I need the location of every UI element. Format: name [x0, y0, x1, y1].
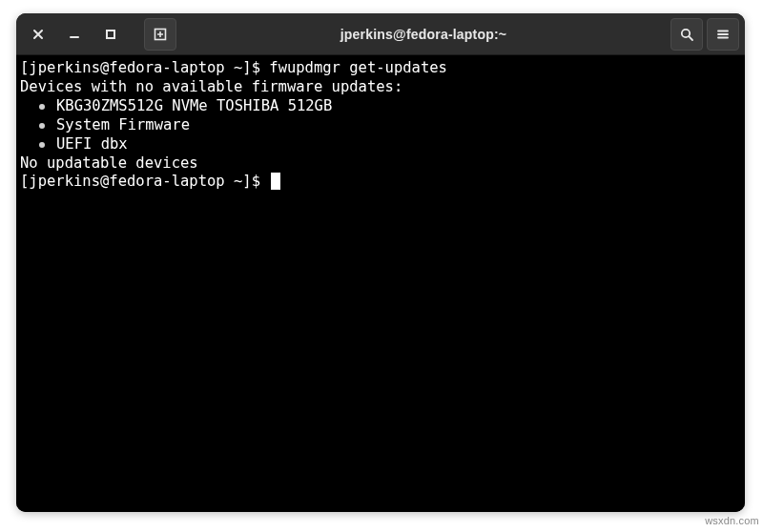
terminal-window: jperkins@fedora-laptop:~ [jperkins@fedor…: [16, 13, 745, 512]
output-list-item: UEFI dbx: [20, 135, 741, 154]
cursor-icon: [271, 173, 280, 190]
minimize-button[interactable]: [58, 18, 91, 51]
new-tab-button[interactable]: [144, 18, 176, 51]
watermark: wsxdn.com: [705, 515, 759, 526]
menu-button[interactable]: [707, 18, 739, 51]
bullet-icon: [39, 123, 45, 129]
output-list-item: KBG30ZMS512G NVMe TOSHIBA 512GB: [20, 97, 741, 116]
prompt: [jperkins@fedora-laptop ~]$: [20, 173, 269, 190]
window-title: jperkins@fedora-laptop:~: [180, 27, 667, 42]
maximize-button[interactable]: [94, 18, 127, 51]
output-footer: No updatable devices: [20, 154, 741, 174]
titlebar: jperkins@fedora-laptop:~: [16, 13, 745, 55]
svg-rect-0: [107, 31, 114, 38]
output-list-item: System Firmware: [20, 116, 741, 135]
bullet-icon: [39, 104, 45, 110]
bullet-icon: [39, 142, 45, 148]
output-header: Devices with no available firmware updat…: [20, 78, 741, 97]
prompt: [jperkins@fedora-laptop ~]$: [20, 59, 269, 76]
close-button[interactable]: [22, 18, 54, 51]
command-text: fwupdmgr get-updates: [269, 59, 447, 76]
search-button[interactable]: [670, 18, 703, 51]
terminal-body[interactable]: [jperkins@fedora-laptop ~]$ fwupdmgr get…: [16, 55, 745, 512]
